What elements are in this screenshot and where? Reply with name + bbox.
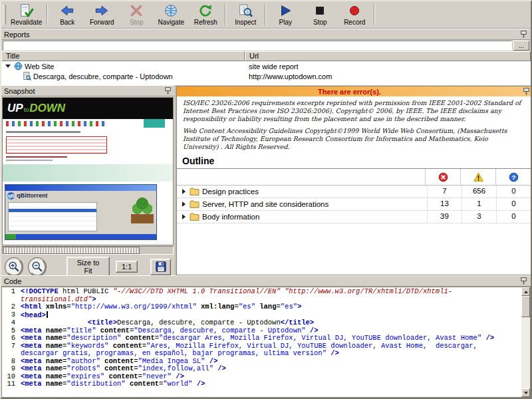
actual-size-button[interactable]: 1:1	[116, 261, 138, 273]
outline-count-warnings: 3	[462, 211, 496, 223]
refresh-icon	[198, 3, 213, 18]
main-area: Snapshot UP to DOWN qB	[1, 85, 531, 275]
toolbar-button-back[interactable]: Back	[50, 2, 84, 27]
code-line-number: 7	[2, 342, 21, 358]
toolbar-button-forward[interactable]: Forward	[84, 2, 119, 27]
toolbar-separator	[225, 4, 226, 25]
toolbar-separator	[47, 4, 48, 25]
app-screenshot-titlebar	[5, 185, 156, 191]
svg-text:?: ?	[511, 174, 515, 181]
scrollbar-thumb[interactable]	[521, 296, 530, 317]
code-line-number: 4	[2, 319, 21, 327]
toolbar-button-label: Forward	[90, 19, 114, 26]
plant-image	[131, 197, 154, 223]
snapshot-panel-title: Snapshot	[4, 87, 164, 95]
snapshot-image[interactable]: UP to DOWN qB qBittorrent	[2, 97, 174, 245]
outline-count-errors: 39	[427, 211, 462, 223]
snapshot-horizontal-scrollbar[interactable]	[2, 246, 174, 255]
toolbar-button-navigate[interactable]: Navigate	[154, 2, 188, 27]
save-snapshot-button[interactable]	[150, 259, 171, 275]
column-header-questions[interactable]: ?	[495, 169, 531, 185]
toolbar-button-label: Stop	[313, 19, 327, 26]
tree-expander-icon[interactable]	[182, 189, 186, 194]
toolbar-button-record[interactable]: Record	[337, 2, 372, 27]
reports-panel-header: Reports	[1, 29, 531, 40]
scrollbar-track[interactable]	[521, 317, 530, 388]
scrollbar-thumb[interactable]	[3, 247, 140, 254]
toolbar-button-inspect[interactable]: Inspect	[228, 2, 263, 27]
column-header-url[interactable]: Url	[245, 51, 531, 61]
size-to-fit-button[interactable]: Size to Fit	[66, 257, 110, 277]
outline-count-warnings: 1	[462, 198, 496, 210]
toolbar-button-refresh[interactable]: Refresh	[188, 2, 223, 27]
pin-icon[interactable]	[522, 87, 531, 96]
tree-expander-icon[interactable]	[182, 214, 186, 219]
outline-row[interactable]: Design practices76560	[177, 186, 531, 198]
play-icon	[278, 3, 293, 18]
page-ad-box	[6, 136, 107, 154]
question-icon: ?	[509, 172, 519, 182]
tree-expander-icon[interactable]	[5, 65, 11, 68]
app-screenshot-list	[8, 202, 97, 231]
app-screenshot: qB qBittorrent	[5, 184, 157, 240]
toolbar-button-play[interactable]: Play	[268, 2, 303, 27]
revalidate-icon	[19, 3, 34, 18]
zoom-in-button[interactable]	[5, 258, 23, 276]
page-tab-decoration	[144, 119, 165, 128]
pin-icon[interactable]	[164, 86, 172, 95]
outline-row[interactable]: Server, HTTP and site considerations1310	[177, 198, 531, 211]
report-tree-row[interactable]: Descarga, descubre, comparte - Uptodownh…	[1, 71, 531, 81]
folder-icon	[190, 213, 200, 221]
toolbar-button-label: Back	[60, 19, 74, 26]
stop-x-icon	[129, 3, 144, 18]
folder-icon	[190, 188, 200, 196]
browse-button[interactable]: ...	[513, 41, 529, 51]
back-icon	[60, 3, 74, 18]
code-line: 11<meta name="distribution" content="wor…	[2, 380, 521, 388]
stop-square-icon	[313, 3, 327, 18]
report-tree-row[interactable]: Web Sitesite wide report	[1, 61, 531, 71]
column-header-errors[interactable]	[425, 169, 460, 185]
code-panel-title: Code	[4, 277, 519, 285]
report-url-input[interactable]	[3, 41, 512, 51]
report-title: Descarga, descubre, comparte - Uptodown	[33, 72, 173, 80]
scroll-up-button[interactable]	[521, 287, 530, 296]
code-line-number: 11	[2, 380, 21, 388]
outline-title: Outline	[177, 155, 531, 169]
report-url: site wide report	[245, 63, 531, 70]
toolbar-button-revalidate[interactable]: Revalidate	[8, 2, 45, 27]
status-banner: There are error(s).	[177, 86, 531, 96]
toolbar-button-label: Stop	[130, 19, 144, 26]
outline-row-label: Server, HTTP and site considerations	[202, 200, 329, 208]
toolbar-grip[interactable]	[3, 5, 6, 25]
tree-expander-icon[interactable]	[182, 201, 186, 207]
pin-icon[interactable]	[519, 277, 528, 285]
snapshot-panel-header: Snapshot	[1, 85, 175, 96]
uptodown-banner: UP to DOWN	[3, 98, 173, 119]
license-paragraph: Web Content Accessibility Guidelines Cop…	[183, 127, 525, 151]
code-line: 1<!DOCTYPE html PUBLIC "-//W3C//DTD XHTM…	[2, 288, 521, 303]
report-url: http://www.uptodown.com	[245, 72, 531, 80]
zoom-out-button[interactable]	[29, 258, 46, 276]
code-vertical-scrollbar[interactable]	[521, 287, 530, 397]
code-line-number: 2	[2, 303, 21, 311]
code-editor[interactable]: 1<!DOCTYPE html PUBLIC "-//W3C//DTD XHTM…	[2, 288, 521, 397]
taskbar-decoration	[5, 234, 156, 239]
outline-count-headers: ?	[177, 169, 531, 186]
column-header-warnings[interactable]	[460, 169, 495, 185]
report-title: Web Site	[25, 63, 54, 70]
toolbar-button-stop[interactable]: Stop	[303, 2, 337, 27]
reports-filter-row: ...	[1, 40, 531, 51]
outline-count-questions: 0	[496, 211, 531, 223]
scroll-down-button[interactable]	[521, 388, 530, 397]
reports-panel-title: Reports	[4, 31, 519, 39]
outline-row-label: Design practices	[202, 188, 259, 196]
outline-row[interactable]: Body information3930	[177, 211, 531, 223]
pin-icon[interactable]	[519, 30, 528, 39]
save-icon	[155, 261, 167, 273]
outline-count-questions: 0	[496, 186, 531, 198]
column-header-title[interactable]: Title	[1, 51, 245, 61]
uptodown-logo-down: DOWN	[29, 102, 65, 115]
toolbar-button-label: Navigate	[158, 19, 184, 26]
status-text: There are error(s).	[177, 88, 522, 96]
